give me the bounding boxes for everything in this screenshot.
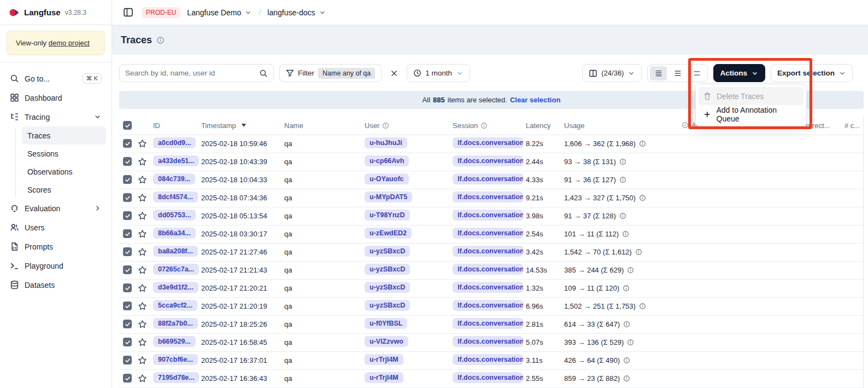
star-icon[interactable] (138, 374, 147, 383)
sidebar-toggle-icon[interactable] (121, 5, 135, 20)
sidebar-item-dashboard[interactable]: Dashboard (5, 88, 106, 107)
select-all-checkbox[interactable] (123, 121, 132, 130)
search-input[interactable] (125, 69, 259, 77)
row-height-tall-button[interactable] (688, 66, 705, 80)
col-header-timestamp[interactable]: Timestamp (201, 117, 284, 135)
sidebar-item-prompts[interactable]: Prompts (5, 237, 106, 256)
star-icon[interactable] (138, 247, 147, 257)
sidebar-item-datasets[interactable]: Datasets (5, 275, 106, 294)
sidebar-item-scores[interactable]: Scores (22, 181, 106, 199)
sidebar-item-users[interactable]: Users (5, 218, 106, 237)
row-checkbox[interactable] (123, 302, 132, 310)
sidebar-item-sessions[interactable]: Sessions (22, 144, 106, 163)
user-badge[interactable]: u-cp66Avh (365, 155, 409, 166)
session-badge[interactable]: lf.docs.conversation... (453, 300, 523, 311)
trace-id-badge[interactable]: 5cca9cf2... (153, 300, 197, 311)
star-icon[interactable] (138, 356, 147, 365)
trace-id-badge[interactable]: dd05753... (153, 210, 196, 221)
sidebar-item-playground[interactable]: Playground (5, 256, 106, 275)
trace-id-badge[interactable]: d3e9d1f2... (153, 282, 198, 293)
trace-id-badge[interactable]: b669529... (153, 336, 196, 347)
session-badge[interactable]: lf.docs.conversation... (453, 264, 523, 275)
session-badge[interactable]: lf.docs.conversation... (453, 173, 523, 184)
session-badge[interactable]: lf.docs.conversation... (453, 354, 523, 365)
org-switcher[interactable]: Langfuse Demo (187, 8, 252, 17)
trace-id-badge[interactable]: 907cbf6e... (153, 354, 198, 365)
row-height-compact-button[interactable] (650, 66, 667, 80)
sidebar-item-evaluation[interactable]: Evaluation (5, 199, 106, 218)
columns-button[interactable]: (24/36) (582, 64, 642, 82)
row-checkbox[interactable] (123, 283, 132, 292)
star-icon[interactable] (138, 338, 147, 347)
row-checkbox[interactable] (123, 193, 132, 202)
trace-id-badge[interactable]: 88f2a7b0... (153, 318, 198, 329)
user-badge[interactable]: u-rTrjI4M (365, 372, 403, 383)
clear-filter-button[interactable] (387, 66, 401, 80)
user-badge[interactable]: u-zEwdED2 (365, 228, 412, 239)
user-badge[interactable]: u-f0YfBSL (365, 318, 407, 329)
star-icon[interactable] (138, 193, 147, 202)
star-icon[interactable] (138, 302, 147, 311)
session-badge[interactable]: lf.docs.conversation... (453, 155, 523, 166)
row-checkbox[interactable] (123, 229, 132, 238)
user-badge[interactable]: u-huJhuJi (365, 137, 407, 148)
trace-id-badge[interactable]: 084c739... (153, 173, 195, 184)
user-badge[interactable]: u-VIZzvwo (365, 336, 408, 347)
trace-id-badge[interactable]: 7195d78e... (153, 372, 199, 383)
user-badge[interactable]: u-yzSBxcD (365, 300, 410, 311)
row-checkbox[interactable] (123, 356, 132, 364)
star-icon[interactable] (138, 320, 147, 329)
row-checkbox[interactable] (123, 157, 132, 166)
sidebar-item-traces[interactable]: Traces (22, 126, 106, 144)
user-badge[interactable]: u-MYpDAT5 (365, 192, 412, 202)
session-badge[interactable]: lf.docs.conversation... (453, 372, 523, 383)
demo-project-link[interactable]: demo project (49, 39, 90, 47)
user-badge[interactable]: u-yzSBxcD (365, 264, 410, 275)
filter-button[interactable]: Filter Name any of qa (279, 64, 382, 82)
sidebar-item-observations[interactable]: Observations (22, 163, 106, 181)
user-badge[interactable]: u-rTrjI4M (365, 354, 403, 365)
user-badge[interactable]: u-T98YnzD (365, 210, 410, 221)
session-badge[interactable]: lf.docs.conversation... (453, 210, 523, 221)
star-icon[interactable] (138, 157, 147, 166)
session-badge[interactable]: lf.docs.conversation... (453, 192, 523, 202)
row-checkbox[interactable] (123, 175, 132, 184)
row-checkbox[interactable] (123, 265, 132, 274)
row-checkbox[interactable] (123, 338, 132, 346)
star-icon[interactable] (138, 283, 147, 293)
user-badge[interactable]: u-OYauofc (365, 173, 409, 184)
session-badge[interactable]: lf.docs.conversation... (453, 228, 523, 239)
trace-id-badge[interactable]: 8b66a34... (153, 228, 196, 239)
star-icon[interactable] (138, 139, 147, 148)
row-checkbox[interactable] (123, 374, 132, 383)
row-checkbox[interactable] (123, 139, 132, 148)
star-icon[interactable] (138, 265, 147, 275)
clear-selection-link[interactable]: Clear selection (510, 96, 561, 104)
trace-id-badge[interactable]: 8dcf4574... (153, 192, 198, 202)
star-icon[interactable] (138, 229, 147, 239)
sidebar-item-tracing[interactable]: Tracing (5, 107, 106, 126)
trace-id-badge[interactable]: 07265c7a... (153, 264, 199, 275)
actions-button[interactable]: Actions (713, 64, 765, 82)
row-height-medium-button[interactable] (669, 66, 686, 80)
session-badge[interactable]: lf.docs.conversation... (453, 318, 523, 329)
row-checkbox[interactable] (123, 247, 132, 256)
trace-id-badge[interactable]: ba8a208f... (153, 246, 198, 257)
star-icon[interactable] (138, 211, 147, 221)
session-badge[interactable]: lf.docs.conversation... (453, 137, 523, 148)
time-range-button[interactable]: 1 month (407, 64, 470, 82)
user-badge[interactable]: u-yzSBxcD (365, 282, 410, 293)
trace-id-badge[interactable]: a0cd0d9... (153, 137, 196, 148)
session-badge[interactable]: lf.docs.conversation... (453, 282, 523, 293)
export-selection-button[interactable]: Export selection (771, 64, 853, 82)
session-badge[interactable]: lf.docs.conversation... (453, 246, 523, 257)
row-checkbox[interactable] (123, 320, 132, 328)
menu-item-delete-traces[interactable]: Delete Traces (699, 87, 804, 105)
row-checkbox[interactable] (123, 211, 132, 220)
star-icon[interactable] (138, 175, 147, 184)
session-badge[interactable]: lf.docs.conversation... (453, 336, 523, 347)
trace-id-badge[interactable]: a433de51... (153, 155, 199, 166)
project-switcher[interactable]: langfuse-docs (267, 8, 326, 17)
user-badge[interactable]: u-yzSBxcD (365, 246, 410, 257)
goto-search[interactable]: Go to... ⌘ K (5, 69, 106, 88)
